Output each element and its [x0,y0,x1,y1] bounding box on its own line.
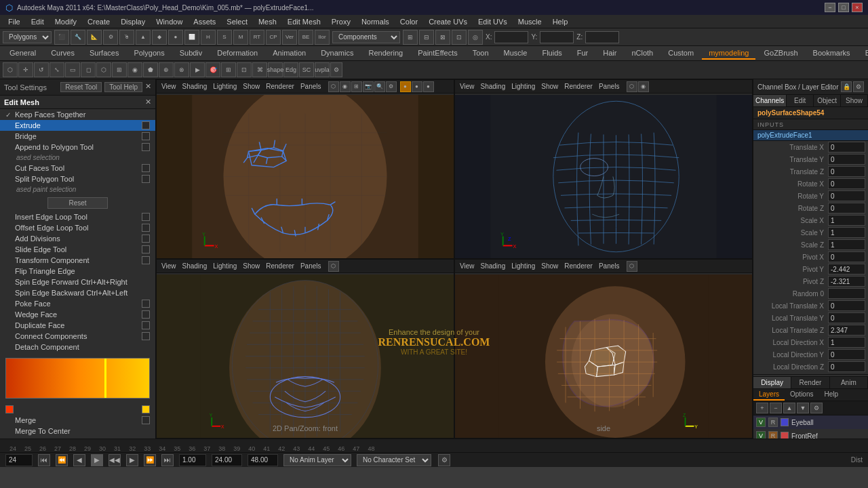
icon-poly3[interactable]: ⬡ [96,62,111,77]
menu-normals[interactable]: Normals [356,16,395,27]
vp2-lighting[interactable]: Lighting [509,83,537,90]
vp2-icon-2[interactable]: ◉ [638,81,649,92]
toolbar-icon-17[interactable]: Ilor [315,30,330,45]
tab-general[interactable]: General [3,47,43,60]
vp2-renderer[interactable]: Renderer [562,83,595,90]
menu-spin-bwd[interactable]: Spin Edge Backward Ctrl+Alt+Left [0,287,155,298]
icon-sc[interactable]: SC [299,62,314,77]
menu-edit[interactable]: Edit [26,16,50,27]
menu-create[interactable]: Create [82,16,115,27]
layer-delete-btn[interactable]: − [770,403,782,413]
snap-btn-1[interactable]: ⊞ [403,30,418,45]
toolbar-icon-7[interactable]: ◆ [152,30,167,45]
menu-help[interactable]: Help [547,16,574,27]
icon-scale[interactable]: ⤡ [50,62,64,77]
layer-eyeball-visibility[interactable]: V [756,418,766,427]
toolbar-icon-2[interactable]: 🔧 [71,30,85,45]
toolbar-icon-12[interactable]: M [233,30,248,45]
playback-play-fwd[interactable]: ▶ [91,454,103,466]
bridge-options-box[interactable] [142,132,150,140]
menu-mesh[interactable]: Mesh [253,16,282,27]
cut-options-box[interactable] [142,164,150,172]
tab-curves[interactable]: Curves [44,47,81,60]
menu-window[interactable]: Window [151,16,188,27]
color-swatch-yellow[interactable] [142,405,150,413]
menu-assets[interactable]: Assets [188,16,221,27]
snap-btn-4[interactable]: ⊡ [452,30,467,45]
menu-spin-fwd[interactable]: Spin Edge Forward Ctrl+Alt+Right [0,277,155,287]
reset-tool-button[interactable]: Reset Tool [60,82,102,92]
viewport-top-right[interactable]: View Shading Lighting Show Renderer Pane… [454,79,753,259]
vp3-panels[interactable]: Panels [298,262,323,270]
z-input[interactable] [585,31,619,43]
menu-edit-uvs[interactable]: Edit UVs [473,16,513,27]
menu-bridge[interactable]: Bridge [0,131,155,142]
rp-settings-icon[interactable]: ⚙ [853,81,864,92]
timeline[interactable]: 24 25 26 27 28 29 30 31 32 33 34 35 36 3… [0,439,868,452]
tab-gozbrush[interactable]: GoZBrush [757,47,804,60]
vp1-icon-2[interactable]: ◉ [340,81,351,92]
vp1-lighting[interactable]: Lighting [211,83,239,90]
local-ty-input[interactable] [828,312,865,323]
vp3-shading[interactable]: Shading [180,262,210,270]
add-div-options[interactable] [142,235,150,243]
tab-fur[interactable]: Fur [570,47,595,60]
tab-deformation[interactable]: Deformation [210,47,264,60]
menu-slide-edge[interactable]: Slide Edge Tool [0,244,155,255]
close-left-panel-btn[interactable]: ✕ [145,82,151,92]
tab-hair[interactable]: Hair [596,47,623,60]
close-button[interactable]: × [852,3,863,12]
tab-muscle[interactable]: Muscle [497,47,534,60]
vp1-icon-4[interactable]: 📷 [363,81,374,92]
vp3-view[interactable]: View [159,262,178,270]
toolbar-icon-10[interactable]: H [201,30,216,45]
menu-insert-edge-loop[interactable]: Insert Edge Loop Tool [0,211,155,222]
vp2-shading[interactable]: Shading [479,83,508,90]
vp1-icon-6[interactable]: ⚙ [386,81,397,92]
icon-poly7[interactable]: ⊕ [159,62,174,77]
rp-current-node[interactable]: polyExtrudeFace1 [753,130,868,141]
toolbar-icon-6[interactable]: ▲ [136,30,151,45]
layer-frontref[interactable]: V R FrontRef [753,429,868,439]
vp3-renderer[interactable]: Renderer [264,262,296,270]
local-dz-input[interactable] [828,361,865,372]
snap-btn-3[interactable]: ⊠ [435,30,450,45]
toolbar-icon-16[interactable]: BE [298,30,313,45]
tool-help-button[interactable]: Tool Help [104,82,142,92]
menu-wedge-face[interactable]: Wedge Face [0,309,155,320]
poke-options[interactable] [142,300,150,308]
local-tz-input[interactable] [828,325,865,336]
vp3-icon-1[interactable]: ⬡ [328,261,339,272]
menu-transform-component[interactable]: Transform Component [0,255,155,266]
tab-painteffects[interactable]: PaintEffects [411,47,465,60]
menu-flip-triangle[interactable]: Flip Triangle Edge [0,266,155,277]
icon-poly6[interactable]: ⬟ [143,62,158,77]
icon-poly5[interactable]: ◉ [127,62,142,77]
char-set-dropdown[interactable]: No Character Set [357,454,431,466]
right-panel-scroll[interactable]: polySurfaceShape54 INPUTS polyExtrudeFac… [753,107,868,439]
menu-connect-components[interactable]: Connect Components [0,331,155,342]
current-frame-input[interactable] [5,454,33,466]
icon-render1[interactable]: ▶ [190,62,205,77]
vp1-light2[interactable]: ● [412,81,422,92]
translate-x-input[interactable] [828,142,865,152]
vp3-show[interactable]: Show [241,262,262,270]
icon-poly8[interactable]: ⊗ [174,62,189,77]
menu-display[interactable]: Display [115,16,151,27]
playback-play-rev[interactable]: ◀◀ [108,454,121,466]
rotate-y-input[interactable] [828,190,865,201]
vp1-icon-1[interactable]: ⬡ [328,81,339,92]
snap-btn-2[interactable]: ⊟ [419,30,434,45]
menu-offset-edge-loop[interactable]: Offset Edge Loop Tool [0,222,155,233]
rotate-x-input[interactable] [828,178,865,189]
pivot-x-input[interactable] [828,251,865,262]
tab-polygons[interactable]: Polygons [127,47,171,60]
viewport-top-left[interactable]: View Shading Lighting Show Renderer Pane… [156,79,454,259]
vp1-icon-5[interactable]: 🔍 [374,81,385,92]
toolbar-icon-3[interactable]: 📐 [87,30,102,45]
vp4-view[interactable]: View [458,262,477,270]
local-dy-input[interactable] [828,349,865,360]
status-settings-btn[interactable]: ⚙ [438,454,450,466]
rp-tab-edit[interactable]: Edit [787,95,814,106]
menu-color[interactable]: Color [395,16,423,27]
